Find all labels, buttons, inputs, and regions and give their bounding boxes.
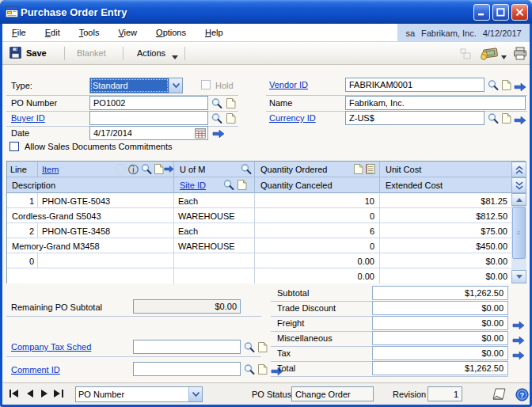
vendor-id-lookup-icon[interactable] [486, 78, 500, 92]
cell-line[interactable]: 1 [7, 193, 37, 208]
po-number-lookup-icon[interactable] [210, 97, 223, 110]
cell-line[interactable]: 0 [7, 253, 37, 268]
grid-row-line[interactable]: 2 PHON-GTE-3458 Each 6 $75.00 [7, 223, 511, 238]
cell-description[interactable]: Memory-Grand M3458 [9, 238, 172, 253]
menu-tools[interactable]: Tools [70, 24, 109, 41]
tax-expansion-arrow-icon[interactable] [511, 348, 525, 362]
type-dropdown[interactable]: Standard [89, 78, 183, 93]
browse-by-chevron-icon[interactable] [188, 387, 202, 401]
date-expansion-arrow-icon[interactable] [211, 127, 225, 140]
vendor-id-link[interactable]: Vendor ID [269, 80, 308, 89]
money-dropdown-icon[interactable] [501, 51, 507, 61]
cell-item[interactable] [39, 253, 172, 268]
cell-item[interactable]: PHON-GTE-3458 [39, 223, 172, 238]
menu-options[interactable]: Options [146, 24, 196, 41]
buyer-id-link[interactable]: Buyer ID [11, 113, 45, 123]
currency-id-field[interactable]: Z-US$ [345, 111, 484, 125]
cell-site-id[interactable] [175, 268, 253, 283]
cell-uom[interactable]: Each [175, 193, 253, 208]
record-previous-icon[interactable] [23, 387, 36, 400]
site-id-note-icon[interactable] [237, 179, 247, 192]
freight-expansion-arrow-icon[interactable] [511, 318, 525, 332]
grid-row-description[interactable]: 0.00 $0.00 [7, 268, 511, 283]
cell-unit-cost[interactable]: $75.00 [379, 223, 511, 238]
currency-id-link[interactable]: Currency ID [269, 113, 316, 123]
type-dropdown-chevron-icon[interactable] [169, 78, 182, 93]
cell-unit-cost[interactable]: $81.25 [379, 193, 511, 208]
site-id-lookup-icon[interactable] [222, 179, 235, 193]
actions-dropdown-icon[interactable] [172, 51, 178, 61]
buyer-id-lookup-icon[interactable] [210, 112, 223, 125]
help-icon[interactable]: ? [515, 387, 529, 401]
grid-row-line[interactable]: 0 0.00 $0.00 [7, 253, 511, 268]
vendor-name-field[interactable]: Fabrikam, Inc. [345, 96, 526, 110]
col-site-id-header-link[interactable]: Site ID [177, 177, 209, 192]
cell-extended-cost[interactable]: $0.00 [379, 268, 511, 283]
cell-unit-cost[interactable]: $0.00 [379, 253, 511, 268]
cell-description[interactable] [9, 268, 172, 283]
currency-id-lookup-icon[interactable] [486, 112, 500, 125]
comment-id-field[interactable] [133, 362, 241, 376]
freight-field[interactable]: $0.00 [372, 316, 508, 330]
date-field[interactable]: 4/17/2014 [89, 126, 208, 140]
cell-site-id[interactable]: WAREHOUSE [175, 208, 253, 223]
maximize-button[interactable] [492, 4, 509, 21]
buyer-id-note-icon[interactable] [224, 112, 238, 125]
scrollbar-thumb[interactable]: ≡ [512, 207, 526, 259]
money-tool-icon[interactable] [481, 47, 498, 62]
actions-button[interactable]: Actions [137, 48, 165, 58]
cell-extended-cost[interactable]: $450.00 [379, 238, 511, 253]
allow-commitments-checkbox[interactable] [10, 142, 19, 151]
record-first-icon[interactable] [8, 387, 21, 400]
cell-item[interactable]: PHON-GTE-5043 [39, 193, 172, 208]
company-tax-sched-link[interactable]: Company Tax Sched [11, 342, 91, 352]
uom-lookup-icon[interactable] [240, 163, 253, 177]
calendar-icon[interactable] [193, 127, 207, 140]
item-lookup-icon[interactable] [140, 163, 153, 177]
menu-view[interactable]: View [108, 24, 146, 41]
col-item-header-link[interactable]: Item [39, 162, 62, 177]
cell-site-id[interactable]: WAREHOUSE [175, 238, 253, 253]
grid-row-line[interactable]: 1 PHON-GTE-5043 Each 10 $81.25 [7, 193, 511, 208]
save-button[interactable]: Save [26, 48, 47, 58]
company-tax-lookup-icon[interactable] [242, 340, 256, 354]
vendor-id-expansion-arrow-icon[interactable] [513, 80, 526, 93]
company-tax-note-icon[interactable] [256, 340, 269, 354]
cell-qty-ordered[interactable]: 10 [254, 193, 378, 208]
minimize-button[interactable] [473, 4, 490, 21]
grid-row-description[interactable]: Cordless-Grand S5043 WAREHOUSE 0 $812.50 [7, 208, 511, 223]
grid-expand-rows-icon[interactable] [511, 177, 526, 193]
cell-qty-canceled[interactable]: 0 [254, 208, 378, 223]
cell-extended-cost[interactable]: $812.50 [379, 208, 511, 223]
menu-help[interactable]: Help [196, 24, 233, 41]
item-info-icon[interactable]: ⓘ [128, 163, 139, 177]
grid-row-description[interactable]: Memory-Grand M3458 WAREHOUSE 0 $450.00 [7, 238, 511, 253]
currency-id-expansion-arrow-icon[interactable] [513, 113, 526, 127]
close-button[interactable] [511, 4, 528, 21]
cell-qty-canceled[interactable]: 0 [254, 238, 378, 253]
scrollbar-down-icon[interactable] [511, 270, 526, 283]
scrollbar-up-icon[interactable] [511, 193, 526, 206]
browse-by-dropdown[interactable]: PO Number [75, 386, 203, 402]
comment-id-note-icon[interactable] [256, 363, 269, 376]
cell-line[interactable]: 2 [7, 223, 37, 238]
qty-note-icon[interactable] [353, 163, 363, 177]
comment-id-lookup-icon[interactable] [242, 363, 256, 376]
record-note-icon[interactable] [491, 386, 508, 403]
item-expansion-arrow-icon[interactable] [164, 165, 174, 175]
cell-uom[interactable] [175, 253, 253, 268]
buyer-id-field[interactable] [89, 111, 208, 125]
cell-qty-ordered[interactable]: 6 [254, 223, 378, 238]
cell-qty-ordered[interactable]: 0.00 [254, 253, 378, 268]
currency-id-note-icon[interactable] [500, 112, 513, 125]
miscellaneous-expansion-arrow-icon[interactable] [511, 333, 525, 347]
company-tax-sched-field[interactable] [133, 340, 241, 354]
po-number-note-icon[interactable] [224, 97, 238, 110]
menu-file[interactable]: File [2, 24, 36, 41]
cell-qty-canceled[interactable]: 0.00 [254, 268, 378, 283]
po-number-field[interactable]: PO1002 [89, 96, 208, 110]
menu-edit[interactable]: Edit [36, 24, 70, 41]
grid-collapse-rows-icon[interactable] [511, 162, 526, 177]
vendor-id-field[interactable]: FABRIKAM0001 [345, 78, 484, 92]
cell-uom[interactable]: Each [175, 223, 253, 238]
